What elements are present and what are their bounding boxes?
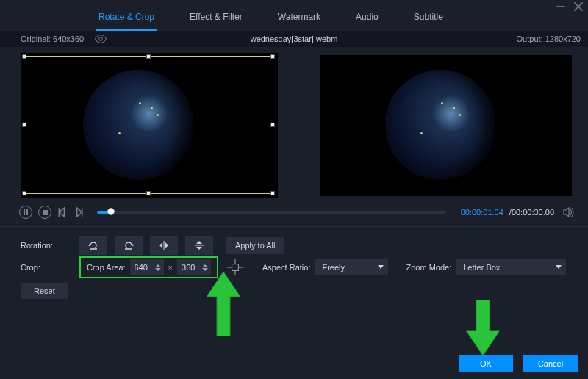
output-preview <box>320 55 572 196</box>
crop-height-value: 360 <box>182 263 195 272</box>
close-icon[interactable] <box>573 1 584 12</box>
zoom-mode-label: Zoom Mode: <box>406 263 451 272</box>
footer-buttons: OK Cancel <box>459 355 578 372</box>
info-bar: Original: 640x360 wednesday[3star].webm … <box>0 31 588 47</box>
zoom-mode-select[interactable]: Letter Box <box>456 259 566 275</box>
rotate-ccw-button[interactable] <box>79 236 107 255</box>
video-content <box>385 70 495 180</box>
settings-panel: Rotation: Apply to All Crop: Crop Area: … <box>0 234 588 299</box>
aspect-ratio-select[interactable]: Freely <box>315 259 388 275</box>
crop-height-field[interactable]: 360 <box>177 259 211 275</box>
tab-bar: Rotate & Crop Effect & Filter Watermark … <box>0 0 588 31</box>
crop-width-down[interactable] <box>155 268 161 271</box>
svg-rect-5 <box>26 209 28 215</box>
source-preview[interactable] <box>21 53 278 198</box>
svg-rect-26 <box>232 264 239 271</box>
crop-label: Crop: <box>21 263 79 272</box>
crop-handle-nw[interactable] <box>22 54 26 59</box>
rotation-row: Rotation: Apply to All <box>21 234 581 256</box>
flip-vertical-button[interactable] <box>185 236 213 255</box>
crop-height-up[interactable] <box>202 264 208 267</box>
eye-icon[interactable] <box>94 35 107 43</box>
svg-marker-12 <box>88 243 90 247</box>
window-controls <box>556 1 584 12</box>
tab-subtitle[interactable]: Subtitle <box>411 7 446 31</box>
crop-row: Crop: Crop Area: 640 × 360 Aspect Ratio:… <box>21 256 581 278</box>
crop-area-highlight: Crop Area: 640 × 360 <box>79 256 218 278</box>
filename-label: wednesday[3star].webm <box>251 35 338 43</box>
aspect-ratio-label: Aspect Ratio: <box>262 263 310 272</box>
tab-effect-filter[interactable]: Effect & Filter <box>187 7 245 31</box>
crop-handle-se[interactable] <box>270 191 275 195</box>
times-icon: × <box>168 263 173 272</box>
chevron-down-icon <box>378 265 384 269</box>
svg-marker-20 <box>196 247 202 250</box>
svg-marker-14 <box>132 243 134 247</box>
rotation-label: Rotation: <box>21 241 79 250</box>
crop-width-field[interactable]: 640 <box>130 259 164 275</box>
time-current: 00:00:01.04 <box>461 208 503 217</box>
crop-handle-ne[interactable] <box>270 54 275 59</box>
svg-point-3 <box>99 37 103 41</box>
tab-rotate-crop[interactable]: Rotate & Crop <box>96 7 157 31</box>
crop-height-down[interactable] <box>202 268 208 271</box>
svg-marker-16 <box>159 242 162 248</box>
aspect-ratio-value: Freely <box>322 263 345 272</box>
svg-marker-19 <box>196 241 202 244</box>
svg-marker-17 <box>165 242 168 248</box>
next-frame-button[interactable] <box>74 207 84 217</box>
stop-button[interactable] <box>38 206 51 219</box>
ok-button[interactable]: OK <box>459 355 513 372</box>
flip-horizontal-button[interactable] <box>150 236 178 255</box>
svg-marker-28 <box>466 300 500 355</box>
svg-rect-4 <box>24 209 25 215</box>
apply-to-all-button[interactable]: Apply to All <box>226 237 284 254</box>
crop-width-up[interactable] <box>155 264 161 267</box>
divider <box>0 226 588 227</box>
crop-width-value: 640 <box>135 263 148 272</box>
svg-marker-9 <box>77 208 82 217</box>
annotation-arrow-down <box>466 300 500 355</box>
crop-rectangle[interactable] <box>24 56 273 194</box>
svg-rect-6 <box>43 210 48 215</box>
volume-icon[interactable] <box>563 206 575 218</box>
pause-button[interactable] <box>19 206 32 219</box>
minimize-icon[interactable] <box>556 1 566 12</box>
preview-area <box>0 47 588 203</box>
crop-handle-sw[interactable] <box>22 191 26 195</box>
prev-frame-button[interactable] <box>57 207 68 217</box>
chevron-down-icon <box>556 265 562 269</box>
crop-handle-s[interactable] <box>146 191 151 195</box>
svg-marker-7 <box>59 208 64 217</box>
crop-handle-w[interactable] <box>22 123 26 127</box>
seek-bar[interactable] <box>97 211 446 214</box>
cancel-button[interactable]: Cancel <box>523 355 578 372</box>
time-total: /00:00:30.00 <box>509 208 554 217</box>
center-crop-button[interactable] <box>227 259 243 275</box>
crop-handle-n[interactable] <box>146 54 151 59</box>
zoom-mode-value: Letter Box <box>463 263 500 272</box>
playback-controls: 00:00:01.04/00:00:30.00 <box>0 203 588 223</box>
seek-knob[interactable] <box>107 208 115 215</box>
crop-area-label: Crop Area: <box>87 263 126 272</box>
rotate-cw-button[interactable] <box>115 236 143 255</box>
output-size-label: Output: 1280x720 <box>517 35 581 43</box>
reset-button[interactable]: Reset <box>21 283 68 299</box>
tab-audio[interactable]: Audio <box>353 7 381 31</box>
tab-watermark[interactable]: Watermark <box>275 7 323 31</box>
svg-marker-11 <box>564 208 569 217</box>
crop-handle-e[interactable] <box>270 123 275 127</box>
original-size-label: Original: 640x360 <box>21 35 84 43</box>
